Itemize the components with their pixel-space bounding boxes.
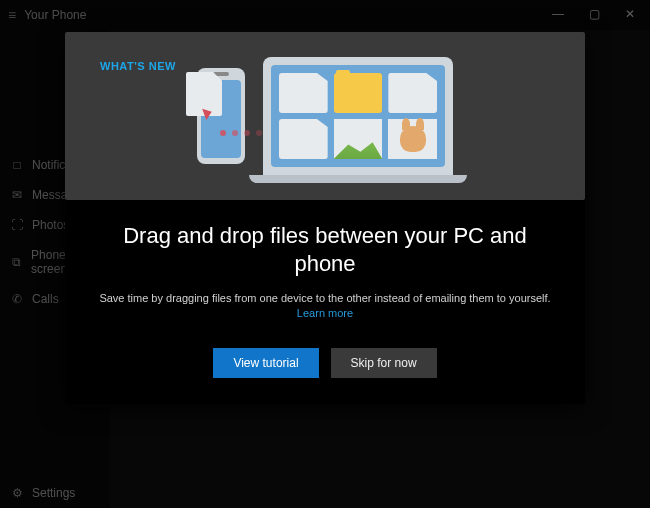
photo-icon bbox=[334, 119, 383, 159]
view-tutorial-button[interactable]: View tutorial bbox=[213, 348, 318, 378]
file-icon bbox=[388, 73, 437, 113]
dialog-title: Drag and drop files between your PC and … bbox=[93, 222, 557, 277]
modal-overlay: WHAT'S NEW Drag and drop files between y… bbox=[0, 0, 650, 508]
whats-new-dialog: WHAT'S NEW Drag and drop files between y… bbox=[65, 32, 585, 404]
dialog-description: Save time by dragging files from one dev… bbox=[93, 291, 557, 322]
whats-new-label: WHAT'S NEW bbox=[82, 46, 194, 72]
dialog-body: Drag and drop files between your PC and … bbox=[65, 200, 585, 404]
transfer-dots-icon bbox=[220, 130, 262, 136]
file-icon bbox=[279, 119, 328, 159]
dialog-description-text: Save time by dragging files from one dev… bbox=[99, 292, 550, 304]
folder-icon bbox=[334, 73, 383, 113]
dialog-illustration: WHAT'S NEW bbox=[65, 32, 585, 200]
dialog-buttons: View tutorial Skip for now bbox=[93, 348, 557, 378]
laptop-illustration-icon bbox=[263, 57, 453, 175]
learn-more-link[interactable]: Learn more bbox=[297, 307, 353, 319]
file-icon bbox=[279, 73, 328, 113]
pet-photo-icon bbox=[388, 119, 437, 159]
skip-for-now-button[interactable]: Skip for now bbox=[331, 348, 437, 378]
